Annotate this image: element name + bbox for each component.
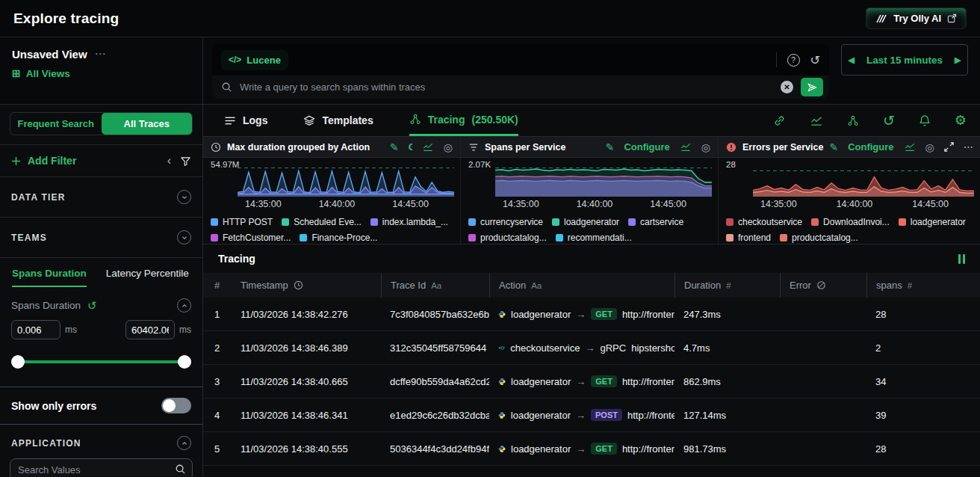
- dependency-graph-icon[interactable]: [847, 115, 859, 126]
- legend-item[interactable]: productcatalog...: [468, 230, 547, 244]
- alerts-bell-icon[interactable]: [919, 114, 931, 127]
- expand-panel-icon[interactable]: [944, 142, 954, 152]
- configure-button[interactable]: Configure: [848, 141, 893, 153]
- errors-per-service-chart[interactable]: [753, 161, 974, 197]
- row-trace-id[interactable]: 312c35045ff58759644: [381, 342, 489, 354]
- table-row[interactable]: 111/03/2026 14:38:42.2767c3f0840857ba632…: [203, 298, 980, 331]
- row-action[interactable]: loadgenerator→GEThttp://frontend:8: [489, 375, 674, 387]
- legend-item[interactable]: DownloadInvoi...: [811, 214, 890, 230]
- legend-item[interactable]: currencyservice: [468, 214, 543, 230]
- all-views-link[interactable]: ⊞ All Views: [12, 67, 190, 79]
- chart-view-icon[interactable]: [810, 115, 823, 126]
- top-header: Explore tracing Try Olly AI: [0, 0, 980, 37]
- legend-item[interactable]: Finance-Proce...: [300, 230, 377, 244]
- tab-tracing[interactable]: Tracing (250.50K): [409, 105, 518, 136]
- settings-gear-icon[interactable]: ⚙: [955, 112, 967, 129]
- configure-button[interactable]: Configure: [409, 141, 412, 153]
- copy-link-icon[interactable]: [773, 114, 786, 127]
- help-icon[interactable]: ?: [787, 54, 800, 67]
- legend-item[interactable]: loadgenerator: [552, 214, 619, 230]
- clear-query-icon[interactable]: ✕: [781, 81, 793, 93]
- pause-stream-icon[interactable]: [958, 254, 965, 264]
- col-spans[interactable]: spans#: [866, 273, 980, 298]
- legend-item[interactable]: Scheduled Eve...: [282, 214, 362, 230]
- collapse-sidebar-icon[interactable]: ‹: [167, 154, 171, 167]
- tab-latency-percentile[interactable]: Latency Percentile: [106, 268, 189, 287]
- legend-item[interactable]: checkoutservice: [726, 214, 802, 230]
- col-timestamp[interactable]: Timestamp: [232, 273, 381, 298]
- row-trace-id[interactable]: 7c3f0840857ba632e6b: [381, 309, 489, 320]
- max-duration-chart[interactable]: [238, 161, 454, 197]
- run-query-button[interactable]: [801, 78, 823, 96]
- facet-data-tier[interactable]: DATA TIER: [0, 177, 202, 218]
- row-action[interactable]: loadgenerator→POSThttp://frontend:: [489, 409, 674, 421]
- time-range-picker[interactable]: ◀ Last 15 minutes ▶: [841, 44, 968, 76]
- time-prev-icon[interactable]: ◀: [849, 55, 855, 65]
- try-olly-ai-button[interactable]: Try Olly AI: [866, 7, 967, 29]
- reset-duration-icon[interactable]: ↺: [87, 299, 97, 313]
- duration-min-input[interactable]: [11, 320, 61, 339]
- legend-item[interactable]: frontend: [726, 230, 771, 244]
- slider-track[interactable]: [14, 360, 188, 363]
- configure-button[interactable]: Configure: [624, 141, 669, 153]
- edit-pencil-icon[interactable]: ✎: [606, 141, 615, 153]
- legend-item[interactable]: index.lambda_...: [370, 214, 448, 230]
- filter-funnel-icon[interactable]: [180, 156, 191, 167]
- table-row[interactable]: 211/03/2026 14:38:46.389312c35045ff58759…: [203, 331, 980, 365]
- duration-max-input[interactable]: [125, 320, 175, 339]
- row-action[interactable]: loadgenerator→GEThttp://frontend:8: [489, 308, 674, 320]
- legend-item[interactable]: cartservice: [628, 214, 683, 230]
- frequent-search-button[interactable]: Frequent Search: [10, 113, 102, 135]
- row-trace-id[interactable]: 5036344f4c3dd24fb94f: [381, 443, 489, 455]
- chevron-up-icon[interactable]: [177, 298, 191, 313]
- lucene-language-badge[interactable]: </> Lucene: [221, 50, 288, 70]
- all-traces-button[interactable]: All Traces: [102, 113, 193, 135]
- col-action[interactable]: ActionAa: [489, 273, 674, 298]
- add-filter-button[interactable]: Add Filter: [11, 155, 76, 167]
- tab-templates[interactable]: Templates: [303, 105, 373, 136]
- facet-teams[interactable]: TEAMS: [0, 218, 202, 258]
- row-trace-id[interactable]: e1ed29c6c26db32dcba: [381, 410, 489, 421]
- panel-settings-icon[interactable]: ◎: [701, 141, 710, 153]
- panel-settings-icon[interactable]: ◎: [925, 141, 934, 153]
- tab-spans-duration[interactable]: Spans Duration: [12, 268, 87, 287]
- legend-item[interactable]: FetchCustomer...: [211, 230, 291, 244]
- chevron-up-icon[interactable]: [177, 436, 191, 450]
- application-search-input[interactable]: [10, 458, 193, 477]
- chart-type-icon[interactable]: [904, 142, 916, 152]
- panel-settings-icon[interactable]: ◎: [444, 141, 453, 153]
- row-action[interactable]: loadgenerator→GEThttp://frontend:8: [489, 443, 674, 455]
- table-row[interactable]: 511/03/2026 14:38:40.5555036344f4c3dd24f…: [203, 432, 980, 466]
- history-icon[interactable]: ↺: [883, 112, 895, 129]
- table-row[interactable]: 411/03/2026 14:38:46.341e1ed29c6c26db32d…: [203, 398, 980, 432]
- legend-item[interactable]: HTTP POST: [211, 214, 273, 230]
- legend-item[interactable]: productcatalog...: [780, 230, 858, 244]
- time-next-icon[interactable]: ▶: [955, 55, 961, 65]
- chart-type-icon[interactable]: [422, 142, 434, 152]
- chart-type-icon[interactable]: [680, 142, 692, 152]
- chevron-down-icon[interactable]: [177, 190, 191, 204]
- col-duration[interactable]: Duration#: [674, 273, 780, 298]
- facet-application[interactable]: APPLICATION: [0, 425, 202, 453]
- tab-logs[interactable]: Logs: [224, 105, 267, 136]
- col-trace-id[interactable]: Trace IdAa: [381, 273, 489, 298]
- legend-item[interactable]: recommendati...: [556, 230, 632, 244]
- col-error[interactable]: Error: [780, 273, 866, 298]
- row-trace-id[interactable]: dcffe90b559da4a62cd2: [381, 376, 489, 387]
- panel-more-icon[interactable]: ⋯: [964, 141, 973, 153]
- edit-pencil-icon[interactable]: ✎: [390, 141, 399, 153]
- query-input[interactable]: [240, 81, 773, 93]
- legend-item[interactable]: loadgenerator: [899, 214, 966, 230]
- slider-handle-min[interactable]: [11, 355, 25, 369]
- chevron-down-icon[interactable]: [177, 230, 191, 244]
- slider-handle-max[interactable]: [178, 355, 191, 369]
- table-row[interactable]: 311/03/2026 14:38:40.665dcffe90b559da4a6…: [203, 365, 980, 398]
- query-history-icon[interactable]: ↺: [810, 53, 820, 67]
- more-options-icon[interactable]: ⋯: [95, 47, 106, 61]
- edit-pencil-icon[interactable]: ✎: [829, 141, 838, 153]
- col-index[interactable]: #: [203, 273, 232, 298]
- show-only-errors-toggle[interactable]: [161, 398, 191, 413]
- legend-color-chip: [726, 218, 734, 226]
- row-action[interactable]: checkoutservice→gRPChipstershop.Cu: [489, 342, 674, 354]
- spans-per-service-chart[interactable]: [495, 161, 712, 197]
